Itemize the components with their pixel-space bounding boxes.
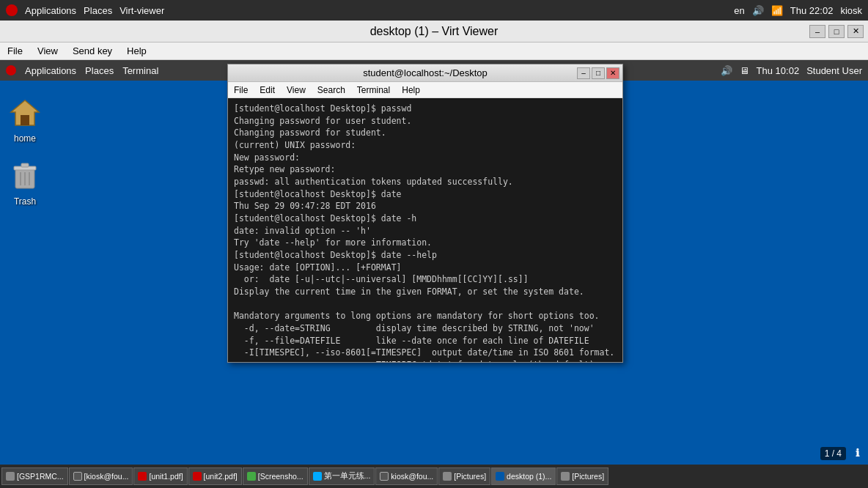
host-network-icon: 📶 <box>771 5 783 16</box>
term-menu-search[interactable]: Search <box>312 85 351 95</box>
virt-titlebar: desktop (1) – Virt Viewer – □ ✕ <box>0 21 868 42</box>
host-places[interactable]: Places <box>84 5 112 16</box>
host-task-label-unit1: [unit1.pdf] <box>149 472 183 481</box>
terminal-maximize-button[interactable]: □ <box>592 67 605 79</box>
home-label: home <box>14 133 36 144</box>
terminal-window: student@localhost:~/Desktop – □ ✕ File E… <box>227 64 623 363</box>
terminal-titlebar: student@localhost:~/Desktop – □ ✕ <box>228 64 622 82</box>
host-task-icon-kiosk1 <box>73 472 82 481</box>
host-task-icon-screenshot <box>247 472 256 481</box>
desktop-icon-home[interactable]: home <box>7 95 43 144</box>
virt-close-button[interactable]: ✕ <box>847 25 864 38</box>
host-active-window[interactable]: Virt-viewer <box>119 5 164 16</box>
terminal-minimize-button[interactable]: – <box>577 67 590 79</box>
trash-label: Trash <box>14 196 36 207</box>
host-task-kiosk1[interactable]: [kiosk@fou... <box>69 467 133 485</box>
host-task-icon-pictures1 <box>443 472 452 481</box>
guest-network-icon: 🖥 <box>740 65 749 76</box>
host-kiosk: kiosk <box>840 5 862 16</box>
host-task-pictures2[interactable]: [Pictures] <box>556 467 608 485</box>
virt-menu-view[interactable]: View <box>30 45 65 56</box>
host-task-gsp1rmc[interactable]: [GSP1RMC... <box>1 467 68 485</box>
host-task-kiosk2[interactable]: kiosk@fou... <box>375 467 438 485</box>
virt-minimize-button[interactable]: – <box>809 25 825 38</box>
host-taskbar: [GSP1RMC... [kiosk@fou... [unit1.pdf] [u… <box>0 465 868 488</box>
vm-area: Applications Places Terminal 🔊 🖥 Thu 10:… <box>0 60 868 488</box>
host-task-icon-kiosk2 <box>380 472 389 481</box>
host-task-unit1[interactable]: [unit1.pdf] <box>133 467 187 485</box>
host-topbar: Applications Places Virt-viewer en 🔊 📶 T… <box>0 0 868 21</box>
host-task-unit2[interactable]: [unit2.pdf] <box>188 467 242 485</box>
svg-rect-4 <box>21 163 29 167</box>
page-next-button[interactable]: ℹ <box>849 445 865 461</box>
guest-app-icon <box>6 65 16 75</box>
virt-menu-file[interactable]: File <box>0 45 30 56</box>
host-task-icon-unit1 <box>138 472 147 481</box>
desktop-icon-trash[interactable]: Trash <box>7 158 43 207</box>
host-volume-icon[interactable]: 🔊 <box>752 5 764 16</box>
host-task-icon-gsp1rmc <box>6 472 15 481</box>
virt-maximize-button[interactable]: □ <box>828 25 845 38</box>
guest-terminal-menu[interactable]: Terminal <box>122 65 158 76</box>
virt-menu-help[interactable]: Help <box>119 45 154 56</box>
host-task-label-screenshot: [Screensho... <box>258 472 304 481</box>
guest-volume-icon: 🔊 <box>721 65 732 76</box>
host-task-label-gsp1rmc: [GSP1RMC... <box>17 472 64 481</box>
host-task-pictures1[interactable]: [Pictures] <box>438 467 490 485</box>
host-task-label-kiosk1: [kiosk@fou... <box>84 472 129 481</box>
terminal-menubar: File Edit View Search Terminal Help <box>228 82 622 98</box>
host-task-label-unit-cn: 第一单元练... <box>324 471 371 481</box>
host-task-unit-cn[interactable]: 第一单元练... <box>309 467 375 485</box>
virt-viewer-window: desktop (1) – Virt Viewer – □ ✕ File Vie… <box>0 21 868 488</box>
virt-menubar: File View Send key Help <box>0 42 868 60</box>
terminal-body[interactable]: [student@localhost Desktop]$ passwd Chan… <box>228 98 622 362</box>
guest-time: Thu 10:02 <box>757 65 800 76</box>
svg-rect-1 <box>21 115 29 125</box>
host-task-icon-unit2 <box>193 472 202 481</box>
host-task-label-desktop: desktop (1)... <box>507 472 551 481</box>
term-menu-terminal[interactable]: Terminal <box>351 85 396 95</box>
host-locale: en <box>734 5 744 16</box>
host-task-label-pictures2: [Pictures] <box>572 472 604 481</box>
host-task-label-kiosk2: kiosk@fou... <box>391 472 433 481</box>
virt-title: desktop (1) – Virt Viewer <box>370 25 499 38</box>
host-task-icon-unit-cn <box>313 472 322 481</box>
guest-applications[interactable]: Applications <box>25 65 76 76</box>
host-task-icon-desktop <box>496 472 504 481</box>
terminal-title: student@localhost:~/Desktop <box>363 67 488 78</box>
host-time: Thu 22:02 <box>790 5 834 16</box>
term-menu-view[interactable]: View <box>281 85 312 95</box>
terminal-content: [student@localhost Desktop]$ passwd Chan… <box>234 103 617 362</box>
host-task-screenshot[interactable]: [Screensho... <box>243 467 308 485</box>
host-applications[interactable]: Applications <box>25 5 76 16</box>
trash-icon <box>11 160 39 191</box>
virt-menu-sendkey[interactable]: Send key <box>65 45 119 56</box>
host-task-label-pictures1: [Pictures] <box>454 472 486 481</box>
host-task-label-unit2: [unit2.pdf] <box>204 472 238 481</box>
term-menu-file[interactable]: File <box>228 85 254 95</box>
desktop-icons: home Trash <box>0 81 50 221</box>
term-menu-help[interactable]: Help <box>396 85 426 95</box>
home-icon <box>10 97 40 128</box>
host-task-icon-pictures2 <box>561 472 570 481</box>
host-app-icon <box>6 4 18 16</box>
guest-places[interactable]: Places <box>85 65 114 76</box>
host-task-desktop[interactable]: desktop (1)... <box>491 467 556 485</box>
term-menu-edit[interactable]: Edit <box>254 85 281 95</box>
guest-user: Student User <box>806 65 862 76</box>
page-indicator: 1 / 4 <box>820 447 846 460</box>
terminal-close-button[interactable]: ✕ <box>606 67 619 79</box>
